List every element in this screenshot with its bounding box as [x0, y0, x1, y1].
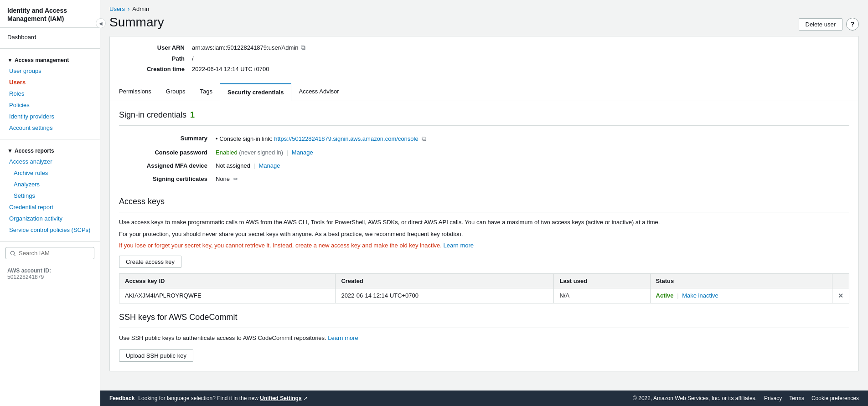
arn-copy-icon[interactable]: ⧉ [301, 44, 305, 51]
footer-privacy-link[interactable]: Privacy [764, 395, 782, 401]
sidebar-item-user-groups[interactable]: User groups [0, 65, 100, 77]
signing-row: Signing certificates None ✏ [120, 173, 848, 185]
sidebar-item-access-analyzer[interactable]: Access analyzer [0, 156, 100, 167]
sidebar-item-organization-activity[interactable]: Organization activity [0, 213, 100, 224]
sign-in-credentials-table: Summary • Console sign-in link: https://… [119, 131, 849, 186]
arn-value: arn:aws:iam::501228241879:user/Admin [192, 44, 298, 51]
footer: Feedback Looking for language selection?… [100, 391, 868, 406]
footer-cookie-link[interactable]: Cookie preferences [811, 395, 859, 401]
col-key-id: Access key ID [119, 273, 336, 288]
signing-value: None [216, 175, 230, 182]
col-actions [832, 273, 849, 288]
sidebar-item-roles[interactable]: Roles [0, 88, 100, 99]
tab-security-credentials[interactable]: Security credentials [220, 83, 292, 101]
create-access-key-button[interactable]: Create access key [119, 256, 181, 268]
access-keys-desc2: For your protection, you should never sh… [119, 230, 849, 239]
account-id-value: 501228241879 [7, 274, 93, 280]
sidebar-item-identity-providers[interactable]: Identity providers [0, 111, 100, 122]
search-input[interactable] [5, 247, 94, 259]
sidebar-item-users[interactable]: Users [0, 77, 100, 88]
mfa-manage[interactable]: Manage [259, 162, 280, 169]
console-password-row: Console password Enabled (never signed i… [120, 146, 848, 159]
make-inactive-link[interactable]: Make inactive [682, 292, 718, 299]
tab-groups[interactable]: Groups [159, 83, 193, 101]
tab-tags[interactable]: Tags [192, 83, 219, 101]
sign-in-badge: 1 [190, 110, 195, 120]
mfa-status: Not assigned [216, 162, 250, 169]
arn-label: User ARN [119, 44, 192, 51]
created-cell: 2022-06-14 12:14 UTC+0700 [336, 288, 554, 303]
access-keys-warning: If you lose or forget your secret key, y… [119, 241, 849, 250]
last-used-cell: N/A [554, 288, 650, 303]
sidebar-item-account-settings[interactable]: Account settings [0, 122, 100, 134]
unified-settings-link[interactable]: Unified Settings [260, 395, 301, 401]
breadcrumb-parent[interactable]: Users [109, 5, 125, 12]
summary-row: Summary • Console sign-in link: https://… [120, 132, 848, 145]
table-row: AKIAXJM4IAPLROYRQWFE 2022-06-14 12:14 UT… [119, 288, 849, 303]
help-button[interactable]: ? [846, 18, 859, 31]
creation-time-value: 2022-06-14 12:14 UTC+0700 [192, 66, 269, 72]
page-header: Summary Delete user ? [100, 15, 868, 36]
sidebar-item-dashboard[interactable]: Dashboard [0, 31, 100, 43]
ssh-section: SSH keys for AWS CodeCommit Use SSH publ… [119, 313, 849, 362]
sidebar-label-access-management[interactable]: ▼ Access management [0, 54, 100, 65]
path-row: Path / [119, 55, 849, 62]
col-created: Created [336, 273, 554, 288]
breadcrumb: Users › Admin [100, 0, 868, 15]
sidebar-collapse-button[interactable]: ◀ [96, 18, 106, 28]
access-keys-title: Access keys [119, 197, 849, 206]
feedback-link[interactable]: Feedback [109, 395, 134, 401]
path-value: / [192, 55, 194, 62]
access-keys-learn-more[interactable]: Learn more [444, 242, 474, 249]
arrow-icon: ▼ [7, 57, 13, 63]
summary-label: Summary [120, 132, 211, 145]
col-status: Status [650, 273, 832, 288]
key-id-cell: AKIAXJM4IAPLROYRQWFE [119, 288, 336, 303]
upload-ssh-key-button[interactable]: Upload SSH public key [119, 349, 193, 362]
sidebar-item-policies[interactable]: Policies [0, 99, 100, 111]
delete-cell: ✕ [832, 288, 849, 303]
sidebar-item-settings[interactable]: Settings [0, 190, 100, 201]
console-password-status: Enabled [216, 149, 238, 156]
arrow-icon-reports: ▼ [7, 148, 13, 154]
console-password-label: Console password [120, 146, 211, 159]
sidebar-item-credential-report[interactable]: Credential report [0, 201, 100, 213]
console-password-manage[interactable]: Manage [292, 149, 313, 156]
console-link-url[interactable]: https://501228241879.signin.aws.amazon.c… [274, 135, 418, 142]
tab-content-security-credentials: Sign-in credentials 1 Summary • Console … [110, 101, 858, 371]
summary-bullet: • [216, 135, 218, 142]
footer-terms-link[interactable]: Terms [789, 395, 804, 401]
creation-time-row: Creation time 2022-06-14 12:14 UTC+0700 [119, 66, 849, 72]
arn-row: User ARN arn:aws:iam::501228241879:user/… [119, 44, 849, 51]
ssh-keys-title: SSH keys for AWS CodeCommit [119, 313, 849, 322]
access-keys-table: Access key ID Created Last used Status A… [119, 273, 849, 303]
col-last-used: Last used [554, 273, 650, 288]
console-link-copy-icon[interactable]: ⧉ [422, 135, 426, 142]
breadcrumb-current: Admin [132, 5, 149, 12]
tab-access-advisor[interactable]: Access Advisor [291, 83, 346, 101]
tabs: Permissions Groups Tags Security credent… [110, 83, 858, 101]
creation-time-label: Creation time [119, 66, 192, 72]
console-password-note: (never signed in) [239, 149, 283, 156]
mfa-label: Assigned MFA device [120, 159, 211, 172]
path-label: Path [119, 55, 192, 62]
sign-in-credentials-title: Sign-in credentials 1 [119, 110, 849, 120]
ssh-keys-desc: Use SSH public keys to authenticate acce… [119, 334, 849, 343]
ssh-learn-more[interactable]: Learn more [328, 334, 358, 341]
sidebar-title: Identity and Access Management (IAM) [0, 0, 100, 28]
page-title: Summary [109, 15, 164, 30]
tab-permissions[interactable]: Permissions [112, 83, 159, 101]
sidebar-item-analyzers[interactable]: Analyzers [0, 179, 100, 190]
footer-language-text: Looking for language selection? Find it … [138, 395, 308, 401]
signing-edit-icon[interactable]: ✏ [233, 176, 238, 182]
breadcrumb-separator: › [128, 5, 129, 12]
sidebar-item-service-control-policies[interactable]: Service control policies (SCPs) [0, 224, 100, 236]
account-id-label: AWS account ID: [7, 267, 93, 274]
user-info-card: User ARN arn:aws:iam::501228241879:user/… [109, 36, 859, 371]
sidebar-item-archive-rules[interactable]: Archive rules [0, 167, 100, 179]
signing-label: Signing certificates [120, 173, 211, 185]
delete-user-button[interactable]: Delete user [799, 18, 842, 31]
delete-key-button[interactable]: ✕ [838, 292, 843, 299]
sidebar-label-access-reports[interactable]: ▼ Access reports [0, 145, 100, 156]
footer-copyright: © 2022, Amazon Web Services, Inc. or its… [633, 395, 757, 401]
